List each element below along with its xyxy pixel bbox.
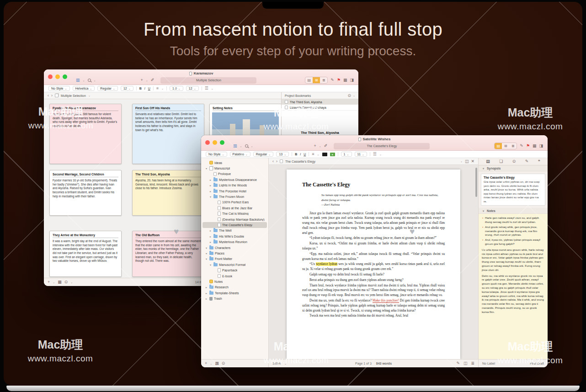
index-card[interactable]: They Arrive at the MonasteryIt was a war…	[49, 231, 122, 277]
binder-item[interactable]: ▸Mysterious Disappearance	[202, 177, 267, 182]
binder-item[interactable]: ▸Mysterious Reunion	[202, 239, 267, 244]
minimize-button[interactable]	[55, 74, 60, 79]
disclosure-icon[interactable]: ▾	[205, 257, 208, 260]
underline-button[interactable]: U	[304, 153, 306, 156]
bookmarks-tab-icon[interactable]: ❏	[499, 159, 503, 164]
disclosure-icon[interactable]: ▾	[209, 263, 212, 266]
traffic-lights[interactable]	[205, 140, 224, 145]
bold-button[interactable]: B	[295, 153, 297, 156]
binder-item[interactable]: ▸Template-Sheets	[202, 290, 267, 296]
paragraph-spacing-select[interactable]: 11⌄	[355, 152, 367, 157]
chevron-down-icon[interactable]: ⌄	[146, 79, 148, 82]
zoom-button[interactable]	[63, 74, 67, 79]
group-icon[interactable]: ▦	[58, 280, 62, 284]
label-selector[interactable]: No Label	[482, 362, 495, 365]
line-spacing-select[interactable]: 1.0⌄	[170, 86, 183, 91]
group-icon[interactable]: ▦	[215, 361, 219, 366]
notes-tab-icon[interactable]: ▤	[486, 159, 490, 164]
compose-icon[interactable]: ✐	[151, 78, 154, 82]
style-select[interactable]: No Style⌄	[48, 86, 70, 91]
binder-item[interactable]: ▾Places	[202, 250, 267, 256]
disclosure-icon[interactable]: ▸	[209, 235, 212, 238]
chevron-down-icon[interactable]: ⌄	[94, 79, 96, 82]
binder-item[interactable]: (Develop Marriage Backstory)	[202, 217, 267, 222]
weight-select[interactable]: Regular⌄	[97, 86, 118, 91]
font-select[interactable]: Helvetica⌄	[73, 86, 95, 91]
index-card[interactable]: The Old BuffoonThey entered the room alm…	[132, 231, 204, 277]
chevron-down-icon[interactable]: ⌄	[240, 145, 242, 148]
view-mode-segmented[interactable]: ▤⊞≣	[494, 143, 517, 149]
binder-item[interactable]: ▸Trash	[202, 296, 267, 301]
bookmark-flag-icon[interactable]: ⚑	[337, 78, 341, 82]
add-icon[interactable]: +	[314, 144, 316, 148]
add-icon[interactable]: +	[141, 78, 143, 82]
chevron-down-icon[interactable]: ⌄	[460, 160, 463, 163]
binder-item[interactable]: ▾Front Matter	[202, 256, 267, 262]
view-outline-icon[interactable]: ≣	[509, 143, 517, 149]
disclosure-icon[interactable]: ▸	[209, 229, 212, 232]
list-icon[interactable]: ☰	[205, 86, 208, 90]
highlight-color-chip[interactable]: a	[330, 153, 335, 156]
binder-toggle-icon[interactable]: ▥	[76, 78, 80, 82]
disclosure-icon[interactable]: ▸	[209, 240, 212, 244]
text-color-chip[interactable]	[322, 153, 327, 156]
chevron-down-icon[interactable]: ⌄	[83, 79, 85, 82]
chevron-down-icon[interactable]: ⌄	[210, 362, 212, 365]
forward-icon[interactable]: ›	[51, 94, 53, 98]
binder-item[interactable]: Ideas	[202, 160, 267, 165]
binder-item[interactable]: Paperback	[202, 267, 267, 273]
minimize-button[interactable]	[213, 140, 217, 145]
bold-button[interactable]: B	[139, 87, 142, 90]
split-icon[interactable]: ◫	[463, 361, 468, 366]
disclosure-icon[interactable]: ▸	[205, 291, 208, 295]
word-count[interactable]: 843 words	[376, 362, 392, 365]
close-button[interactable]	[48, 74, 53, 79]
synopsis-card[interactable]: The Cassette's Elegy Gra irpsa velar ozl…	[481, 174, 545, 206]
binder-item[interactable]: ▾The Frozen Moon	[202, 194, 267, 199]
index-card[interactable]: First Son Off His HandsServants and rela…	[132, 104, 204, 164]
binder-item[interactable]: Prologue	[202, 171, 267, 177]
bookmark-item[interactable]: The Third Son, Alyosha	[282, 99, 358, 105]
disclosure-icon[interactable]: ▸	[205, 297, 208, 300]
disclosure-icon[interactable]: ▸	[209, 178, 212, 181]
chevron-down-icon[interactable]: ⌄	[319, 145, 321, 148]
view-document-icon[interactable]: ▤	[495, 143, 502, 149]
chevron-down-icon[interactable]: ⌄	[88, 94, 91, 97]
binder-item[interactable]: The Cassette's Elegy	[202, 222, 267, 228]
add-icon[interactable]: +	[205, 361, 207, 366]
binder-item[interactable]: ▸Lights in the Woods	[202, 183, 267, 188]
binder-item[interactable]: E-book	[202, 273, 267, 279]
bookmark-flag-icon[interactable]: ⚑	[526, 144, 530, 148]
binder-item[interactable]: 100% Perfect Ears	[202, 200, 267, 205]
binder-item[interactable]: ▸The Porpoise Hotel	[202, 188, 267, 194]
metadata-tab-icon[interactable]: ⊙	[512, 159, 516, 164]
status-selector[interactable]: First Draft	[530, 362, 544, 365]
index-card[interactable]: Fyodor Pavlovich KaramazovIntroduce us t…	[49, 104, 122, 164]
index-card[interactable]: The Third Son, AlyoshaAlyosha, 20, has b…	[132, 170, 204, 216]
binder-item[interactable]: ▸Research	[202, 285, 267, 290]
outline-icon[interactable]: ≣	[471, 361, 474, 366]
toolbar-title-pill[interactable]: Multiple Selection	[160, 77, 256, 84]
quickref-icon[interactable]: ✎	[520, 144, 523, 148]
index-card[interactable]: Second Marriage, Second ChildrenFyodor m…	[49, 170, 122, 216]
chevron-down-icon[interactable]: ⌄	[353, 94, 355, 97]
binder-item[interactable]: ▾Manuscript Format	[202, 262, 267, 267]
chevron-down-icon[interactable]: ⌄	[284, 362, 287, 365]
search-icon[interactable]	[88, 79, 91, 82]
binder-item[interactable]: Blues at the Jazz Bar	[202, 205, 267, 211]
view-corkboard-icon[interactable]: ⊞	[313, 77, 320, 83]
layouts-icon[interactable]: ▦	[343, 78, 347, 82]
comment-link[interactable]: Make this punchier!	[373, 299, 399, 303]
inspector-toggle-icon[interactable]: ◨	[350, 78, 354, 82]
disclosure-icon[interactable]: ▸	[205, 286, 208, 289]
quickref-icon[interactable]: ✎	[330, 78, 334, 82]
chevron-down-icon[interactable]: ⌄	[70, 281, 73, 284]
font-select[interactable]: Palatino⌄	[230, 152, 250, 157]
editor-scrollbar[interactable]	[475, 168, 477, 197]
compose-mode-icon[interactable]: ✎	[456, 361, 460, 366]
traffic-lights[interactable]	[48, 74, 67, 79]
underline-button[interactable]: U	[148, 87, 150, 90]
close-split-icon[interactable]: ✕	[471, 159, 474, 164]
weight-select[interactable]: Regular⌄	[253, 152, 274, 157]
view-document-icon[interactable]: ▤	[305, 77, 313, 83]
